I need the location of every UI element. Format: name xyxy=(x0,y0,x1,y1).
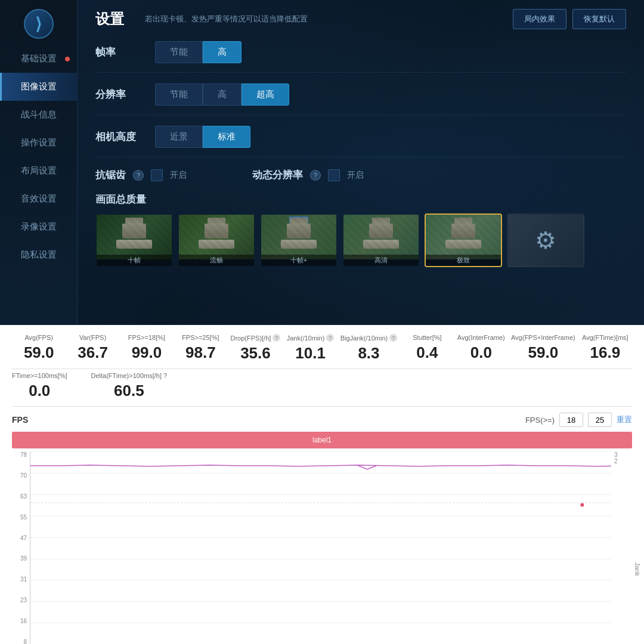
bigjank-help-icon[interactable]: ? xyxy=(389,334,397,342)
quality-label-2: 十帧+ xyxy=(261,255,336,266)
metrics-row-1: Avg(FPS) 59.0 Var(FPS) 36.7 FPS>=18[%] 9… xyxy=(12,334,632,369)
metric-header-stutter: Stutter[%] xyxy=(403,334,451,341)
dynamic-res-group: 动态分辨率 ? 开启 xyxy=(252,168,364,182)
analytics-panel: Avg(FPS) 59.0 Var(FPS) 36.7 FPS>=18[%] 9… xyxy=(0,325,644,644)
quality-img-2: 推荐 xyxy=(261,215,336,259)
quality-item-1[interactable]: 流畅 xyxy=(178,213,255,267)
metric-value-jank: 10.1 xyxy=(286,344,334,363)
quality-item-4[interactable]: 极致 xyxy=(425,213,502,267)
metric-value-avg-interframe: 0.0 xyxy=(457,343,505,362)
fps-chart-svg xyxy=(30,451,611,644)
in-game-effect-button[interactable]: 局内效果 xyxy=(513,9,566,29)
quality-item-5[interactable]: ⚙ xyxy=(507,213,584,267)
camera-label: 相机高度 xyxy=(95,130,155,144)
metric-value-fps-25: 98.7 xyxy=(177,343,224,362)
quality-item-3[interactable]: 高清 xyxy=(342,213,420,267)
stone-top-4 xyxy=(451,224,475,239)
stone-structure-4 xyxy=(445,224,481,256)
metric-header-delta-ftime: Delta(FTime)>100ms[/h] ? xyxy=(91,372,168,379)
res-option-save[interactable]: 节能 xyxy=(155,83,203,106)
chart-label1-bar: label1 xyxy=(12,432,632,448)
camera-option-standard[interactable]: 标准 xyxy=(203,126,250,148)
stone-base-2 xyxy=(281,240,317,249)
fps-toggle-group: 节能 高 xyxy=(155,41,242,63)
quality-label-1: 流畅 xyxy=(179,255,254,266)
metric-avg-fps: Avg(FPS) 59.0 xyxy=(12,334,66,363)
metric-bigjank: BigJank(/10min) ? 8.3 xyxy=(338,334,400,363)
quality-label-4: 极致 xyxy=(426,255,501,266)
fps-option-save[interactable]: 节能 xyxy=(155,41,203,63)
anti-alias-checkbox[interactable] xyxy=(151,169,163,181)
stone-structure-0 xyxy=(116,224,152,256)
sidebar-item-record[interactable]: 录像设置 xyxy=(0,213,77,241)
sidebar: ⟩ 基础设置 图像设置 战斗信息 操作设置 布局设置 音效设置 录像设置 隐私设… xyxy=(0,0,78,325)
metric-value-bigjank: 8.3 xyxy=(340,344,397,363)
gear-icon: ⚙ xyxy=(535,227,556,254)
stone-top-3 xyxy=(369,224,393,239)
metric-value-avg-ftime: 16.9 xyxy=(581,343,629,362)
res-option-ultra[interactable]: 超高 xyxy=(242,83,289,106)
stone-top-2 xyxy=(287,224,311,239)
anti-alias-group: 抗锯齿 ? 开启 xyxy=(95,168,187,182)
chart-inner xyxy=(30,451,611,644)
chart-header: FPS FPS(>=) 重置 xyxy=(12,413,632,427)
logo-area: ⟩ xyxy=(0,6,77,42)
notification-dot xyxy=(65,57,70,61)
y-axis-right-3: 3 xyxy=(614,451,632,458)
quality-img-0 xyxy=(97,215,172,259)
quality-item-0[interactable]: 十帧 xyxy=(95,213,173,267)
metric-var-fps: Var(FPS) 36.7 xyxy=(66,334,119,363)
sidebar-item-layout[interactable]: 布局设置 xyxy=(0,157,77,185)
quality-img-4 xyxy=(426,215,501,259)
sidebar-item-sound[interactable]: 音效设置 xyxy=(0,185,77,213)
camera-option-close[interactable]: 近景 xyxy=(155,126,203,148)
reset-button[interactable]: 重置 xyxy=(617,414,632,425)
metric-header-avg-fps-interframe: Avg(FPS+InterFrame) xyxy=(511,334,575,341)
stone-top xyxy=(122,224,146,239)
header-buttons: 局内效果 恢复默认 xyxy=(513,9,626,29)
metric-header-avg-ftime: Avg(FTime)[ms] xyxy=(581,334,629,341)
y-axis-left: 78 70 63 55 47 39 31 23 16 8 0 xyxy=(12,451,30,644)
metric-header-jank: Jank(/10min) ? xyxy=(286,334,334,342)
delta-ftime-help-icon[interactable]: ? xyxy=(163,372,167,379)
stone-structure-1 xyxy=(199,224,234,256)
fps-option-high[interactable]: 高 xyxy=(203,41,242,63)
game-settings-panel: ⟩ 基础设置 图像设置 战斗信息 操作设置 布局设置 音效设置 录像设置 隐私设… xyxy=(0,0,644,325)
metric-header-var-fps: Var(FPS) xyxy=(69,334,116,341)
y-axis-right-2: 2 xyxy=(614,458,632,465)
camera-setting-row: 相机高度 近景 标准 xyxy=(95,126,626,157)
restore-default-button[interactable]: 恢复默认 xyxy=(572,9,626,29)
header-left: 设置 若出现卡顿、发热严重等情况可以适当降低配置 xyxy=(95,10,308,29)
metric-avg-interframe: Avg(InterFrame) 0.0 xyxy=(454,334,508,363)
metric-header-drop-fps: Drop(FPS)[/h] ? xyxy=(231,334,281,342)
fps-threshold-1-input[interactable] xyxy=(559,413,583,427)
metric-ftime-100: FTime>=100ms[%] 0.0 xyxy=(12,372,67,400)
jank-help-icon[interactable]: ? xyxy=(326,334,334,342)
sidebar-item-operation[interactable]: 操作设置 xyxy=(0,129,77,157)
metric-header-fps-25: FPS>=25[%] xyxy=(177,334,224,341)
chart-area: 78 70 63 55 47 39 31 23 16 8 0 xyxy=(12,451,632,644)
fps-threshold-2-input[interactable] xyxy=(588,413,612,427)
stone-base-1 xyxy=(199,240,234,249)
fps-controls: FPS(>=) 重置 xyxy=(525,413,632,427)
anti-alias-help-icon[interactable]: ? xyxy=(133,170,144,181)
sidebar-item-battle[interactable]: 战斗信息 xyxy=(0,101,77,129)
sidebar-item-privacy[interactable]: 隐私设置 xyxy=(0,241,77,269)
dynamic-res-checkbox[interactable] xyxy=(328,169,340,181)
header-note: 若出现卡顿、发热严重等情况可以适当降低配置 xyxy=(145,14,308,24)
metric-value-avg-fps-interframe: 59.0 xyxy=(511,343,575,362)
resolution-label: 分辨率 xyxy=(95,88,155,101)
drop-fps-help-icon[interactable]: ? xyxy=(273,334,280,342)
res-option-high[interactable]: 高 xyxy=(203,83,242,106)
main-content: 设置 若出现卡顿、发热严重等情况可以适当降低配置 局内效果 恢复默认 帧率 节能… xyxy=(78,0,644,325)
sidebar-item-basic[interactable]: 基础设置 xyxy=(0,45,77,73)
sidebar-item-image[interactable]: 图像设置 xyxy=(0,73,77,101)
metric-avg-ftime: Avg(FTime)[ms] 16.9 xyxy=(578,334,632,363)
quality-item-2[interactable]: 推荐 十帧+ xyxy=(260,213,338,267)
quality-label-0: 十帧 xyxy=(97,255,172,266)
metric-drop-fps: Drop(FPS)[/h] ? 35.6 xyxy=(228,334,284,363)
metrics-row-2: FTime>=100ms[%] 0.0 Delta(FTime)>100ms[/… xyxy=(12,372,632,407)
anti-alias-label: 抗锯齿 xyxy=(95,168,126,182)
dynamic-res-help-icon[interactable]: ? xyxy=(310,170,321,181)
metric-value-avg-fps: 59.0 xyxy=(15,343,63,362)
